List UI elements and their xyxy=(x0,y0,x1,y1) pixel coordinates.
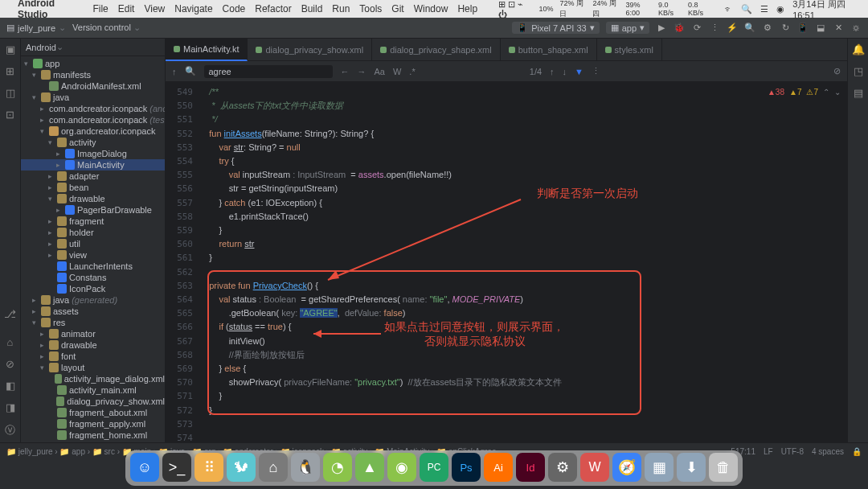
tree-node[interactable]: ▸ImageDialog xyxy=(21,148,165,159)
wifi-icon[interactable]: ᯤ xyxy=(724,4,733,14)
tree-node[interactable]: ▸util xyxy=(21,238,165,249)
tree-node[interactable]: ▾res xyxy=(21,317,165,328)
tree-node[interactable]: ▾java xyxy=(21,92,165,103)
menu-navigate[interactable]: Navigate xyxy=(174,3,212,14)
tree-node[interactable]: dialog_privacy_show.xml xyxy=(21,396,165,407)
dock-app[interactable]: ◔ xyxy=(323,453,352,482)
project-view-selector[interactable]: Android xyxy=(26,43,56,52)
readonly-icon[interactable]: 🔒 xyxy=(852,447,862,456)
dock-app[interactable]: 🐧 xyxy=(291,453,320,482)
menu-file[interactable]: File xyxy=(92,3,108,14)
find-next-icon[interactable]: → xyxy=(358,67,366,76)
profile-icon[interactable]: ⟳ xyxy=(691,23,702,33)
dock-app[interactable]: >_ xyxy=(162,453,191,482)
dock-app[interactable]: 🐿 xyxy=(227,453,256,482)
datetime[interactable]: 3月14日 周四 16:51 xyxy=(792,0,862,20)
find-down-icon[interactable]: ↓ xyxy=(563,67,567,76)
tree-node[interactable]: ▸java (generated) xyxy=(21,294,165,306)
tree-node[interactable]: ▾activity xyxy=(21,137,165,148)
tree-node[interactable]: ▾org.andcreator.iconpack xyxy=(21,125,165,137)
spotlight-icon[interactable]: 🔍 xyxy=(741,4,752,14)
editor-tab[interactable]: dialog_privacy_show.xml xyxy=(248,39,372,61)
notifications-icon[interactable]: 🔔 xyxy=(852,43,865,55)
gear-icon[interactable]: ⛭ xyxy=(850,23,862,33)
gradle-tool-icon[interactable]: ◳ xyxy=(854,65,863,77)
editor-tab[interactable]: dialog_privacy_shape.xml xyxy=(372,39,501,61)
settings-icon[interactable]: ⚙ xyxy=(762,23,773,33)
close-find-icon[interactable]: ⊘ xyxy=(833,66,841,76)
editor-tab[interactable]: MainActivity.kt xyxy=(166,39,248,61)
menu-code[interactable]: Code xyxy=(223,3,246,14)
dock-app[interactable]: Ps xyxy=(452,453,481,482)
menu-view[interactable]: View xyxy=(144,3,165,14)
more-icon[interactable]: ⚡ xyxy=(727,23,738,33)
filter-icon[interactable]: ▼ xyxy=(575,67,583,76)
find-up-icon[interactable]: ↑ xyxy=(172,67,177,76)
tree-node[interactable]: fragment_about.xml xyxy=(21,407,165,418)
avd-icon[interactable]: 📱 xyxy=(797,23,809,33)
dock-app[interactable]: PC xyxy=(420,453,448,482)
tree-node[interactable]: ▸font xyxy=(21,351,165,362)
tree-node[interactable]: ▸MainActivity xyxy=(21,159,165,171)
dock-app[interactable]: ⠿ xyxy=(194,453,223,482)
device-selector[interactable]: 📱 Pixel 7 API 33 ▾ xyxy=(512,22,600,34)
tree-node[interactable]: ▸holder xyxy=(21,227,165,238)
tree-node[interactable]: IconPack xyxy=(21,283,165,294)
tree-node[interactable]: ▾layout xyxy=(21,362,165,373)
tree-node[interactable]: ▸assets xyxy=(21,306,165,317)
tree-node[interactable]: LauncherIntents xyxy=(21,261,165,272)
editor-tab[interactable]: button_shape.xml xyxy=(501,39,597,61)
tree-node[interactable]: ▾manifests xyxy=(21,69,165,80)
bookmarks-tool-icon[interactable]: ◫ xyxy=(6,87,15,99)
device-manager-icon[interactable]: ▤ xyxy=(854,87,863,99)
tree-node[interactable]: ▾app xyxy=(21,58,165,69)
breadcrumb-item[interactable]: 📁 src xyxy=(92,447,115,456)
dock-app[interactable]: ▦ xyxy=(645,453,674,482)
run-config[interactable]: ▦ app ▾ xyxy=(606,22,649,34)
tree-node[interactable]: AndroidManifest.xml xyxy=(21,80,165,92)
code-editor[interactable]: /** * 从assets下的txt文件中读取数据 */ fun initAss… xyxy=(199,82,847,442)
git-tool-icon[interactable]: ⎇ xyxy=(4,308,16,320)
dock-app[interactable]: W xyxy=(580,453,609,482)
menu-help[interactable]: Help xyxy=(457,3,477,14)
tree-node[interactable]: ▸com.andcreator.iconpack (and xyxy=(21,103,165,114)
logcat-tool-icon[interactable]: ◧ xyxy=(6,380,15,392)
match-case-icon[interactable]: Aa xyxy=(375,67,385,76)
control-center-icon[interactable]: ☰ xyxy=(760,4,768,14)
search-input[interactable] xyxy=(204,65,333,78)
breadcrumb-item[interactable]: 📁 app xyxy=(59,447,84,456)
menu-run[interactable]: Run xyxy=(332,3,350,14)
breadcrumb-item[interactable]: 📁 jelly_pure xyxy=(6,447,53,456)
words-icon[interactable]: W xyxy=(393,67,401,76)
dock-app[interactable]: ⚙ xyxy=(548,453,577,482)
line-sep[interactable]: LF xyxy=(764,447,773,456)
tree-node[interactable]: ▸adapter xyxy=(21,171,165,182)
dock-app[interactable]: 🧭 xyxy=(612,453,641,482)
problems-tool-icon[interactable]: ⊘ xyxy=(6,358,14,370)
tree-node[interactable]: fragment_apply.xml xyxy=(21,418,165,429)
debug-icon[interactable]: 🐞 xyxy=(674,23,685,33)
tree-node[interactable]: ▸fragment xyxy=(21,216,165,227)
sync-icon[interactable]: ↻ xyxy=(780,23,791,33)
editor-tab[interactable]: styles.xml xyxy=(597,39,662,61)
stop-icon[interactable]: ⋮ xyxy=(709,23,720,33)
tree-node[interactable]: Constans xyxy=(21,272,165,283)
tree-node[interactable]: ▾drawable xyxy=(21,193,165,204)
search-icon[interactable]: 🔍 xyxy=(744,23,755,33)
indent[interactable]: 4 spaces xyxy=(812,447,844,456)
run-icon[interactable]: ▶ xyxy=(656,23,667,33)
siri-icon[interactable]: ◉ xyxy=(776,4,784,14)
tree-node[interactable]: ▸bean xyxy=(21,182,165,193)
gutter[interactable]: 549 550 551 552 553 554 555 556 557 558 … xyxy=(166,82,199,442)
menu-edit[interactable]: Edit xyxy=(118,3,135,14)
dock-app[interactable]: ▲ xyxy=(355,453,384,482)
layout-icon[interactable]: ✕ xyxy=(833,23,844,33)
vcs-tool-icon[interactable]: ⓥ xyxy=(5,423,15,438)
menu-refactor[interactable]: Refactor xyxy=(255,3,291,14)
dock-app[interactable]: Id xyxy=(516,453,545,482)
vcs-selector[interactable]: Version control ⌄ xyxy=(72,23,141,33)
build-tool-icon[interactable]: ⊡ xyxy=(6,109,14,121)
menu-git[interactable]: Git xyxy=(391,3,403,14)
dock-app[interactable]: Ai xyxy=(484,453,513,482)
dock-app[interactable]: ⌂ xyxy=(259,453,288,482)
